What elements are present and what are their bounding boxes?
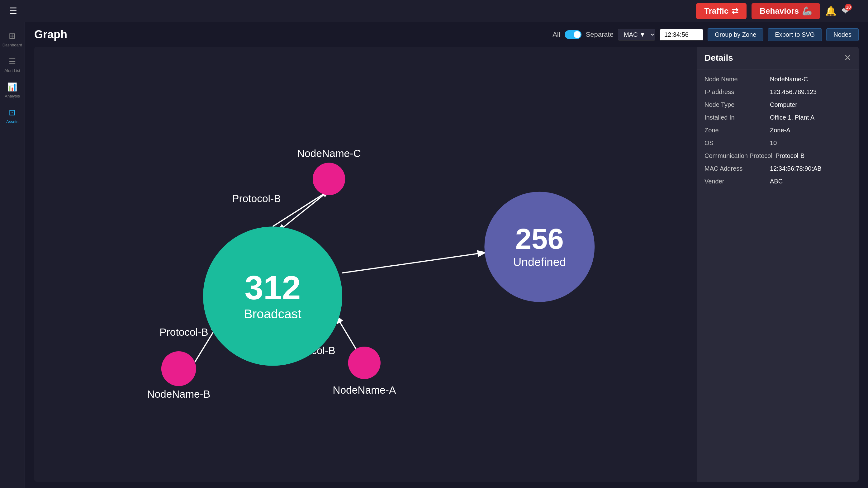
detail-key: Node Type (705, 101, 767, 109)
svg-line-2 (342, 252, 484, 273)
graph-canvas[interactable]: Protocol-B Protocol-B Protocol-B 312 Bro… (34, 47, 697, 482)
graph-details-container: Protocol-B Protocol-B Protocol-B 312 Bro… (34, 47, 859, 482)
detail-value: Office 1, Plant A (770, 114, 851, 121)
nodeb-node[interactable] (161, 351, 196, 386)
separate-label: Separate (586, 31, 614, 39)
traffic-button[interactable]: Traffic ⇄ (696, 3, 747, 19)
nodec-node[interactable] (313, 163, 345, 195)
topbar-center: Traffic ⇄ Behaviors 🦾 🔔 ❤ 10 (23, 3, 859, 19)
detail-row: ZoneZone-A (705, 127, 851, 134)
detail-value: 12:34:56:78:90:AB (770, 165, 851, 172)
protocol-label-b: Protocol-B (159, 326, 208, 338)
toggle-thumb (574, 31, 581, 38)
detail-row: MAC Address12:34:56:78:90:AB (705, 165, 851, 172)
behaviors-icon: 🦾 (802, 6, 812, 16)
detail-row: Node TypeComputer (705, 101, 851, 109)
detail-key: Installed In (705, 114, 767, 121)
traffic-label: Traffic (704, 6, 728, 16)
topbar: ☰ Traffic ⇄ Behaviors 🦾 🔔 ❤ 10 (0, 0, 868, 22)
undefined-count: 256 (516, 223, 564, 255)
sidebar-item-assets[interactable]: ⊡ Assets (6, 108, 19, 124)
svg-line-1 (278, 191, 329, 231)
sidebar-item-analysis[interactable]: 📊 Analysis (5, 82, 20, 98)
detail-key: OS (705, 140, 767, 147)
nodea-label: NodeName-A (333, 384, 396, 396)
detail-key: Node Name (705, 76, 767, 83)
detail-value: NodeName-C (770, 76, 851, 83)
broadcast-count: 312 (245, 269, 301, 306)
details-body: Node NameNodeName-CIP address123.456.789… (697, 69, 859, 191)
graph-title: Graph (34, 28, 67, 41)
assets-icon: ⊡ (9, 108, 16, 117)
detail-row: IP address123.456.789.123 (705, 88, 851, 96)
time-input[interactable] (660, 29, 703, 40)
detail-key: Vender (705, 178, 767, 185)
export-svg-button[interactable]: Export to SVG (768, 28, 822, 41)
graph-header: Graph All Separate MAC ▼ Group by Zone E… (34, 28, 859, 41)
detail-value: Protocol-B (775, 152, 851, 159)
details-title: Details (705, 53, 733, 63)
all-label: All (553, 31, 560, 39)
detail-value: ABC (770, 178, 851, 185)
detail-key: Zone (705, 127, 767, 134)
detail-key: IP address (705, 88, 767, 96)
sidebar-item-dashboard[interactable]: ⊞ Dashboard (2, 31, 23, 47)
sidebar: ⊞ Dashboard ☰ Alert List 📊 Analysis ⊡ As… (0, 22, 25, 488)
sidebar-label-dashboard: Dashboard (2, 43, 23, 47)
undefined-label: Undefined (513, 255, 566, 269)
analysis-icon: 📊 (7, 82, 17, 92)
hamburger-icon[interactable]: ☰ (9, 6, 17, 16)
content-area: Graph All Separate MAC ▼ Group by Zone E… (25, 22, 868, 488)
group-by-zone-button[interactable]: Group by Zone (708, 28, 763, 41)
bell-icon: 🔔 (825, 6, 837, 16)
mac-select[interactable]: MAC ▼ (618, 29, 655, 40)
behaviors-label: Behaviors (760, 6, 799, 16)
details-panel: Details ✕ Node NameNodeName-CIP address1… (697, 47, 859, 482)
graph-svg: Protocol-B Protocol-B Protocol-B 312 Bro… (34, 47, 697, 482)
dashboard-icon: ⊞ (9, 31, 16, 41)
heart-badge: 10 (845, 4, 852, 10)
sidebar-item-alertlist[interactable]: ☰ Alert List (4, 57, 20, 73)
nodeb-label: NodeName-B (147, 388, 210, 400)
sidebar-label-alertlist: Alert List (4, 68, 20, 73)
close-button[interactable]: ✕ (844, 54, 851, 62)
nodec-label: NodeName-C (297, 148, 361, 159)
detail-key: Communication Protocol (705, 152, 772, 159)
detail-row: Communication ProtocolProtocol-B (705, 152, 851, 159)
heart-icon-wrapper[interactable]: ❤ 10 (841, 6, 849, 17)
detail-value: Zone-A (770, 127, 851, 134)
bell-icon-wrapper[interactable]: 🔔 (825, 6, 837, 17)
detail-value: 123.456.789.123 (770, 88, 851, 96)
separate-toggle[interactable] (565, 30, 582, 39)
sidebar-label-analysis: Analysis (5, 94, 20, 98)
nodes-button[interactable]: Nodes (826, 28, 859, 41)
traffic-icon: ⇄ (732, 6, 738, 16)
svg-line-0 (273, 191, 329, 226)
detail-key: MAC Address (705, 165, 767, 172)
behaviors-button[interactable]: Behaviors 🦾 (751, 3, 820, 19)
protocol-label-bc: Protocol-B (232, 193, 281, 204)
detail-row: OS10 (705, 140, 851, 147)
nodea-node[interactable] (348, 346, 380, 379)
details-header: Details ✕ (697, 47, 859, 69)
detail-value: 10 (770, 140, 851, 147)
detail-row: Installed InOffice 1, Plant A (705, 114, 851, 121)
alertlist-icon: ☰ (9, 57, 16, 66)
main-layout: ⊞ Dashboard ☰ Alert List 📊 Analysis ⊡ As… (0, 22, 868, 488)
detail-value: Computer (770, 101, 851, 109)
detail-row: Node NameNodeName-C (705, 76, 851, 83)
header-controls: All Separate MAC ▼ Group by Zone Export … (553, 28, 859, 41)
detail-row: VenderABC (705, 178, 851, 185)
sidebar-label-assets: Assets (6, 119, 19, 124)
broadcast-label: Broadcast (244, 307, 302, 321)
